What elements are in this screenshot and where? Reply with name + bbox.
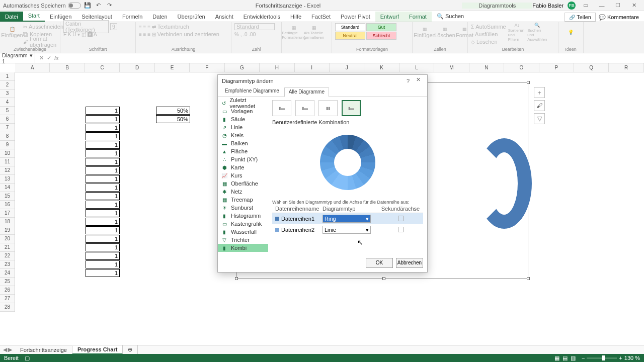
chart-type-treemap[interactable]: ▦Treemap [218, 196, 268, 204]
cell[interactable]: 1 [86, 218, 120, 226]
chart-type-sunburst[interactable]: ☀Sunburst [218, 204, 268, 212]
cell[interactable]: 1 [86, 201, 120, 209]
row-head[interactable]: 6 [0, 115, 15, 124]
cell[interactable]: 1 [86, 166, 120, 174]
chart-styles-icon[interactable]: 🖌 [534, 100, 545, 111]
combo-type-2[interactable]: ▮▬ [295, 100, 314, 116]
cell[interactable]: 1 [86, 235, 120, 243]
chart-type-balken[interactable]: ▬Balken [218, 139, 268, 147]
combo-type-3[interactable]: ▮▮ [318, 100, 338, 116]
merge-button[interactable]: ≡ ≡ ≡ ⊞ Verbinden und zentrieren [139, 31, 219, 38]
chart-type-kastengrafik[interactable]: ▭Kastengrafik [218, 220, 268, 228]
cell[interactable]: 1 [86, 243, 120, 251]
col-head[interactable]: E [155, 63, 190, 72]
align-buttons[interactable]: ≡ ≡ ≡ ⇄ Textumbruch [139, 23, 189, 30]
col-head[interactable]: M [434, 63, 469, 72]
row-head[interactable]: 17 [0, 209, 15, 218]
col-head[interactable]: C [85, 63, 120, 72]
row-head[interactable]: 25 [0, 278, 15, 286]
zoom-in-icon[interactable]: + [619, 355, 622, 361]
col-head[interactable]: L [399, 63, 434, 72]
cell[interactable]: 1 [86, 124, 120, 132]
row-head[interactable]: 5 [0, 107, 15, 115]
chart-type-oberflche[interactable]: ▦Oberfläche [218, 179, 268, 188]
chart-type-histogramm[interactable]: ▮Histogramm [218, 212, 268, 220]
redo-icon[interactable]: ↷ [105, 1, 114, 10]
col-head[interactable]: H [260, 63, 294, 72]
tab-formulas[interactable]: Formeln [117, 12, 147, 22]
zoom-out-icon[interactable]: − [582, 355, 585, 361]
chart-type-karte[interactable]: ⬢Karte [218, 163, 268, 171]
cut-button[interactable]: ✂ Ausschneiden [23, 23, 63, 30]
row-head[interactable]: 10 [0, 149, 15, 158]
col-head[interactable]: B [50, 63, 85, 72]
share-button[interactable]: 🔗 Teilen [565, 13, 596, 22]
zoom-level[interactable]: 130 % [624, 355, 640, 361]
autosave-toggle[interactable]: Automatisches Speichern [3, 3, 81, 9]
tab-dev[interactable]: Entwicklertools [238, 12, 285, 22]
col-head[interactable]: N [469, 63, 504, 72]
row-head[interactable]: 7 [0, 124, 15, 132]
cell[interactable]: 50% [156, 107, 190, 115]
row-head[interactable]: 22 [0, 252, 15, 260]
number-buttons[interactable]: % , .0 .00 [234, 31, 256, 38]
row-head[interactable]: 15 [0, 192, 15, 201]
maximize-icon[interactable]: ☐ [612, 1, 624, 10]
row-head[interactable]: 24 [0, 269, 15, 278]
col-head[interactable]: I [295, 63, 330, 72]
row-head[interactable]: 20 [0, 235, 15, 243]
ribbon-options-icon[interactable]: ▭ [580, 1, 592, 10]
sheet-tab-2[interactable]: Progress Chart [72, 345, 123, 354]
view-layout-icon[interactable]: ▤ [562, 355, 568, 361]
chart-type-zuletztverwendet[interactable]: ↺Zuletzt verwendet [218, 99, 268, 107]
cell[interactable]: 1 [86, 132, 120, 140]
cell[interactable]: 50% [156, 115, 190, 123]
chart-elements-icon[interactable]: ＋ [534, 87, 545, 98]
row-head[interactable]: 12 [0, 166, 15, 175]
row-head[interactable]: 27 [0, 295, 15, 303]
autosum-button[interactable]: Σ AutoSumme [471, 23, 506, 30]
search[interactable]: 🔍 Suchen [432, 11, 469, 22]
format-painter-button[interactable]: 🖌 Format übertragen [23, 38, 63, 45]
ok-button[interactable]: OK [366, 258, 393, 268]
close-icon[interactable]: ✕ [628, 1, 640, 10]
tab-start[interactable]: Start [23, 11, 45, 22]
cell[interactable]: 1 [86, 209, 120, 217]
row-head[interactable]: 18 [0, 218, 15, 226]
combo-type-1[interactable]: ▮▬ [272, 100, 291, 116]
col-head[interactable]: R [609, 63, 643, 72]
delete-cells-button[interactable]: ▦Löschen [436, 23, 454, 41]
row-head[interactable]: 21 [0, 243, 15, 252]
chart-type-trichter[interactable]: ▽Trichter [218, 236, 268, 244]
row-head[interactable]: 9 [0, 141, 15, 149]
combo-type-custom[interactable]: ▮▬ [342, 100, 361, 116]
row-head[interactable]: 14 [0, 184, 15, 192]
style-neutral[interactable]: Neutral [335, 32, 365, 40]
row-head[interactable]: 4 [0, 98, 15, 107]
style-standard[interactable]: Standard [335, 23, 365, 31]
chart-type-punktxy[interactable]: ∴Punkt (XY) [218, 155, 268, 163]
col-head[interactable]: G [225, 63, 260, 72]
chart-type-kombi[interactable]: ▮Kombi [218, 244, 268, 252]
row-head[interactable]: 28 [0, 303, 15, 312]
chart-type-netz[interactable]: ✱Netz [218, 188, 268, 196]
number-format-select[interactable]: Standard [234, 23, 275, 30]
paste-button[interactable]: 📋Einfügen [3, 23, 21, 41]
row-head[interactable]: 2 [0, 81, 15, 89]
new-sheet-button[interactable]: ⊕ [123, 345, 138, 354]
chart-type-wasserfall[interactable]: ▮Wasserfall [218, 228, 268, 236]
col-head[interactable]: O [504, 63, 539, 72]
cell[interactable]: 1 [86, 192, 120, 200]
row-head[interactable]: 23 [0, 260, 15, 269]
enter-formula-icon[interactable]: ✓ [47, 55, 51, 61]
cell[interactable]: 1 [86, 269, 120, 277]
tab-view[interactable]: Ansicht [210, 12, 238, 22]
tab-factset[interactable]: FactSet [306, 12, 336, 22]
ideas-button[interactable]: 💡 [561, 23, 580, 41]
table-format-button[interactable]: ▦Als Tabelle formatieren [305, 23, 323, 41]
tab-review[interactable]: Überprüfen [173, 12, 210, 22]
fill-button[interactable]: ↓ Ausfüllen [471, 31, 506, 38]
col-head[interactable]: J [330, 63, 364, 72]
dialog-close-icon[interactable]: ✕ [413, 76, 423, 85]
tab-recommended[interactable]: Empfohlene Diagramme [221, 87, 283, 97]
